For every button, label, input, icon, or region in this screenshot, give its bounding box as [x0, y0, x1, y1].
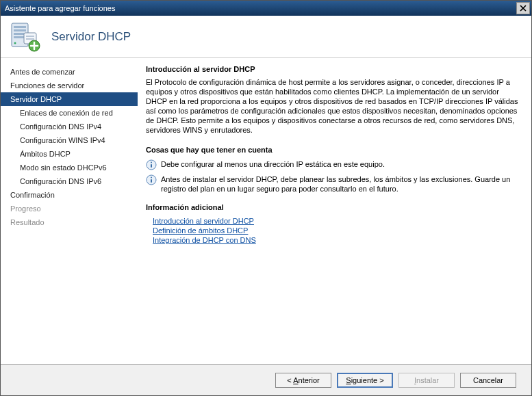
- svg-rect-1: [14, 26, 26, 28]
- svg-point-5: [14, 42, 16, 44]
- additional-title: Información adicional: [146, 203, 519, 211]
- sidebar-item[interactable]: Configuración DNS IPv6: [1, 174, 138, 188]
- install-button: Instalar: [398, 373, 455, 388]
- links: Introducción al servidor DHCP Definición…: [153, 217, 519, 244]
- page-title: Servidor DHCP: [51, 30, 131, 44]
- sidebar-item[interactable]: Enlaces de conexión de red: [1, 106, 138, 120]
- wizard-window: Asistente para agregar funciones: [0, 0, 532, 396]
- sidebar-item[interactable]: Confirmación: [1, 188, 138, 202]
- svg-rect-14: [151, 177, 152, 179]
- sidebar-item: Resultado: [1, 215, 138, 229]
- svg-rect-12: [151, 164, 152, 168]
- svg-rect-2: [14, 29, 26, 31]
- next-button[interactable]: Siguiente >: [337, 373, 393, 388]
- sidebar: Antes de comenzarFunciones de servidorSe…: [1, 58, 138, 364]
- footer: < Anterior Siguiente > Instalar Cancelar: [1, 364, 531, 395]
- intro-title: Introducción al servidor DHCP: [146, 65, 519, 73]
- svg-rect-7: [26, 36, 34, 37]
- sidebar-item[interactable]: Modo sin estado DHCPv6: [1, 161, 138, 174]
- close-icon: [520, 5, 527, 12]
- body: Antes de comenzarFunciones de servidorSe…: [1, 58, 531, 364]
- link-dhcp-dns[interactable]: Integración de DHCP con DNS: [153, 236, 519, 244]
- window-controls: [516, 2, 530, 14]
- window-title: Asistente para agregar funciones: [5, 4, 115, 12]
- note-text: Debe configurar al menos una dirección I…: [161, 159, 385, 169]
- link-intro-dhcp[interactable]: Introducción al servidor DHCP: [153, 217, 519, 225]
- info-icon: [146, 159, 157, 170]
- svg-rect-15: [151, 179, 152, 183]
- info-icon: [146, 174, 157, 185]
- sidebar-item[interactable]: Configuración DNS IPv4: [1, 120, 138, 133]
- back-button[interactable]: < Anterior: [275, 373, 331, 388]
- svg-rect-8: [26, 38, 34, 40]
- header: Servidor DHCP: [1, 16, 531, 58]
- intro-body: El Protocolo de configuración dinámica d…: [146, 77, 519, 135]
- svg-rect-11: [151, 162, 152, 163]
- sidebar-item[interactable]: Servidor DHCP: [1, 92, 138, 106]
- sidebar-item[interactable]: Antes de comenzar: [1, 65, 138, 79]
- note-row: Debe configurar al menos una dirección I…: [146, 159, 519, 170]
- content: Introducción al servidor DHCP El Protoco…: [138, 58, 531, 364]
- notes-title: Cosas que hay que tener en cuenta: [146, 146, 519, 154]
- sidebar-item[interactable]: Funciones de servidor: [1, 79, 138, 92]
- note-text: Antes de instalar el servidor DHCP, debe…: [161, 174, 519, 194]
- note-row: Antes de instalar el servidor DHCP, debe…: [146, 174, 519, 194]
- sidebar-item[interactable]: Configuración WINS IPv4: [1, 133, 138, 147]
- server-role-icon: [9, 21, 42, 53]
- close-button[interactable]: [516, 2, 530, 14]
- sidebar-item[interactable]: Ámbitos DHCP: [1, 147, 138, 161]
- titlebar: Asistente para agregar funciones: [1, 1, 531, 16]
- link-scopes-dhcp[interactable]: Definición de ámbitos DHCP: [153, 226, 519, 235]
- cancel-button[interactable]: Cancelar: [460, 373, 516, 388]
- sidebar-item: Progreso: [1, 202, 138, 215]
